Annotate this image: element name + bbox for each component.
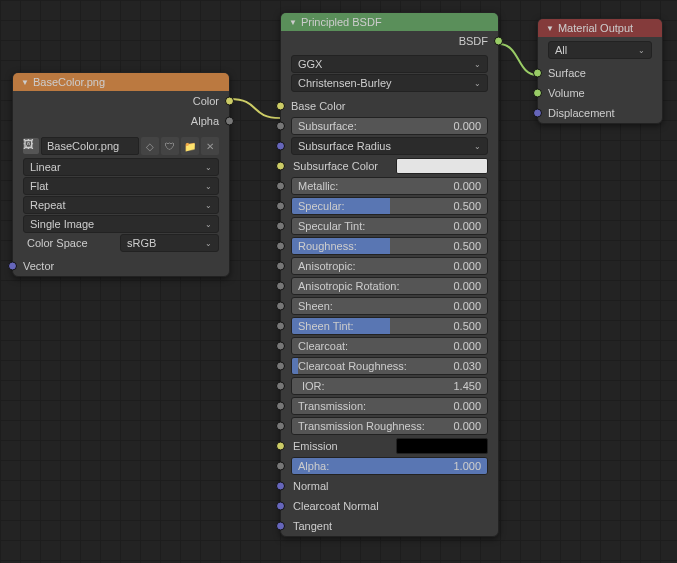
node-principled-bsdf[interactable]: ▼Principled BSDF BSDF GGX⌄ Christensen-B… (280, 12, 499, 537)
input-transmission-roughness-[interactable]: Transmission Roughness:0.000 (281, 416, 498, 436)
input-subsurface-color[interactable]: Subsurface Color (281, 156, 498, 176)
value-slider[interactable]: Clearcoat:0.000 (291, 337, 488, 355)
socket-icon[interactable] (276, 282, 285, 291)
value-slider[interactable]: Anisotropic:0.000 (291, 257, 488, 275)
socket-icon[interactable] (276, 142, 285, 151)
socket-icon[interactable] (8, 262, 17, 271)
color-swatch[interactable] (396, 158, 488, 174)
color-swatch[interactable] (396, 438, 488, 454)
value-slider[interactable]: Subsurface:0.000 (291, 117, 488, 135)
input-metallic-[interactable]: Metallic:0.000 (281, 176, 498, 196)
input-specular-tint-[interactable]: Specular Tint:0.000 (281, 216, 498, 236)
input-ior-[interactable]: IOR:1.450 (281, 376, 498, 396)
input-displacement[interactable]: Displacement (538, 103, 662, 123)
distribution-select[interactable]: GGX⌄ (291, 55, 488, 73)
value-slider[interactable]: Clearcoat Roughness:0.030 (291, 357, 488, 375)
socket-icon[interactable] (533, 89, 542, 98)
input-sheen-tint-[interactable]: Sheen Tint:0.500 (281, 316, 498, 336)
socket-icon[interactable] (276, 342, 285, 351)
input-base-color[interactable]: Base Color (281, 96, 498, 116)
collapse-icon[interactable]: ▼ (21, 78, 29, 87)
value-slider[interactable]: Anisotropic Rotation:0.000 (291, 277, 488, 295)
input-clearcoat-[interactable]: Clearcoat:0.000 (281, 336, 498, 356)
input-clearcoat-roughness-[interactable]: Clearcoat Roughness:0.030 (281, 356, 498, 376)
input-transmission-[interactable]: Transmission:0.000 (281, 396, 498, 416)
socket-icon[interactable] (276, 502, 285, 511)
socket-icon[interactable] (276, 442, 285, 451)
input-roughness-[interactable]: Roughness:0.500 (281, 236, 498, 256)
input-clearcoat-normal[interactable]: Clearcoat Normal (281, 496, 498, 516)
socket-icon[interactable] (533, 109, 542, 118)
input-alpha-[interactable]: Alpha:1.000 (281, 456, 498, 476)
colorspace-select[interactable]: sRGB⌄ (120, 234, 219, 252)
source-select[interactable]: Single Image⌄ (23, 215, 219, 233)
socket-icon[interactable] (276, 462, 285, 471)
socket-icon[interactable] (276, 162, 285, 171)
value-slider[interactable]: Sheen:0.000 (291, 297, 488, 315)
extension-select[interactable]: Repeat⌄ (23, 196, 219, 214)
socket-icon[interactable] (276, 302, 285, 311)
socket-icon[interactable] (276, 422, 285, 431)
input-volume[interactable]: Volume (538, 83, 662, 103)
socket-icon[interactable] (276, 182, 285, 191)
socket-icon[interactable] (225, 117, 234, 126)
socket-icon[interactable] (494, 37, 503, 46)
input-sheen-[interactable]: Sheen:0.000 (281, 296, 498, 316)
chevron-down-icon: ⌄ (205, 163, 212, 172)
users-button[interactable]: ◇ (141, 137, 159, 155)
input-specular-[interactable]: Specular:0.500 (281, 196, 498, 216)
sss-method-select[interactable]: Christensen-Burley⌄ (291, 74, 488, 92)
input-subsurface-radius[interactable]: Subsurface Radius⌄ (281, 136, 498, 156)
projection-select[interactable]: Flat⌄ (23, 177, 219, 195)
socket-icon[interactable] (276, 482, 285, 491)
value-slider[interactable]: Transmission Roughness:0.000 (291, 417, 488, 435)
unlink-button[interactable]: ✕ (201, 137, 219, 155)
input-anisotropic-rotation-[interactable]: Anisotropic Rotation:0.000 (281, 276, 498, 296)
input-subsurface-[interactable]: Subsurface:0.000 (281, 116, 498, 136)
socket-icon[interactable] (276, 202, 285, 211)
image-name-field[interactable]: BaseColor.png (41, 137, 139, 155)
input-emission[interactable]: Emission (281, 436, 498, 456)
value-slider[interactable]: Sheen Tint:0.500 (291, 317, 488, 335)
value-slider[interactable]: Transmission:0.000 (291, 397, 488, 415)
value-slider[interactable]: Alpha:1.000 (291, 457, 488, 475)
node-header[interactable]: ▼BaseColor.png (13, 73, 229, 91)
input-vector[interactable]: Vector (13, 256, 229, 276)
socket-icon[interactable] (225, 97, 234, 106)
collapse-icon[interactable]: ▼ (546, 24, 554, 33)
node-header[interactable]: ▼Principled BSDF (281, 13, 498, 31)
socket-icon[interactable] (276, 262, 285, 271)
value-slider[interactable]: Specular Tint:0.000 (291, 217, 488, 235)
socket-icon[interactable] (276, 122, 285, 131)
value-slider[interactable]: Specular:0.500 (291, 197, 488, 215)
fake-user-button[interactable]: 🛡 (161, 137, 179, 155)
interpolation-select[interactable]: Linear⌄ (23, 158, 219, 176)
input-surface[interactable]: Surface (538, 63, 662, 83)
socket-icon[interactable] (276, 382, 285, 391)
socket-icon[interactable] (276, 362, 285, 371)
open-button[interactable]: 📁 (181, 137, 199, 155)
value-slider[interactable]: IOR:1.450 (291, 377, 488, 395)
output-bsdf[interactable]: BSDF (281, 31, 498, 51)
collapse-icon[interactable]: ▼ (289, 18, 297, 27)
target-select[interactable]: All⌄ (548, 41, 652, 59)
socket-icon[interactable] (276, 402, 285, 411)
socket-icon[interactable] (276, 322, 285, 331)
socket-icon[interactable] (276, 222, 285, 231)
output-color[interactable]: Color (13, 91, 229, 111)
input-tangent[interactable]: Tangent (281, 516, 498, 536)
input-anisotropic-[interactable]: Anisotropic:0.000 (281, 256, 498, 276)
socket-icon[interactable] (276, 242, 285, 251)
output-alpha[interactable]: Alpha (13, 111, 229, 131)
socket-icon[interactable] (533, 69, 542, 78)
socket-icon[interactable] (276, 522, 285, 531)
input-normal[interactable]: Normal (281, 476, 498, 496)
select[interactable]: Subsurface Radius⌄ (291, 137, 488, 155)
socket-icon[interactable] (276, 102, 285, 111)
image-browse[interactable]: 🖼BaseColor.png◇🛡📁✕ (23, 136, 219, 156)
node-header[interactable]: ▼Material Output (538, 19, 662, 37)
node-material-output[interactable]: ▼Material Output All⌄ Surface Volume Dis… (537, 18, 663, 124)
node-image-texture[interactable]: ▼BaseColor.png Color Alpha 🖼BaseColor.pn… (12, 72, 230, 277)
value-slider[interactable]: Metallic:0.000 (291, 177, 488, 195)
value-slider[interactable]: Roughness:0.500 (291, 237, 488, 255)
